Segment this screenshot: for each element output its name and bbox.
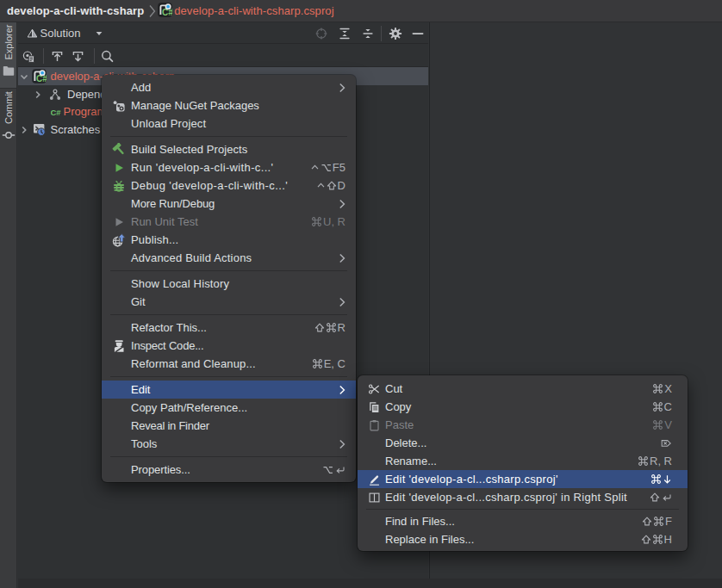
svg-text:C#: C# <box>51 108 61 117</box>
